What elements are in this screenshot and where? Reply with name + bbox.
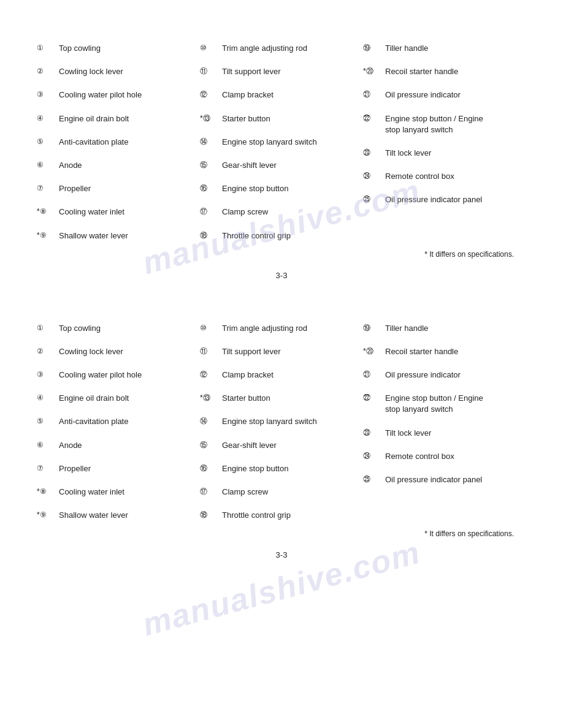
list-item: ㉑ Oil pressure indicator bbox=[363, 83, 526, 107]
item-label: Gear-shift lever bbox=[222, 160, 277, 171]
col-1-section-2: ① Top cowling ② Cowling lock lever ③ Coo… bbox=[37, 317, 200, 528]
item-label: Recoil starter handle bbox=[385, 66, 458, 77]
list-item: ⑰ Clamp screw bbox=[200, 480, 363, 504]
col-3-section-1: ⑲ Tiller handle *⑳ Recoil starter handle… bbox=[363, 37, 526, 248]
item-label: Starter button bbox=[222, 113, 270, 124]
item-number: ㉓ bbox=[363, 148, 385, 158]
list-item: ③ Cooling water pilot hole bbox=[37, 363, 200, 387]
item-number: ④ bbox=[37, 113, 59, 124]
item-number: ② bbox=[37, 346, 59, 357]
item-number: ㉓ bbox=[363, 428, 385, 438]
item-number: ⑦ bbox=[37, 463, 59, 474]
list-item: ㉑ Oil pressure indicator bbox=[363, 363, 526, 387]
section-1: ① Top cowling ② Cowling lock lever ③ Coo… bbox=[37, 37, 526, 259]
item-label: Tilt lock lever bbox=[385, 428, 431, 439]
item-number: ㉑ bbox=[363, 370, 385, 380]
item-number: ⑤ bbox=[37, 416, 59, 427]
item-label: Oil pressure indicator panel bbox=[385, 474, 482, 485]
item-label: Throttle control grip bbox=[222, 510, 291, 521]
list-item: ⑭ Engine stop lanyard switch bbox=[200, 131, 363, 154]
item-label: Tilt lock lever bbox=[385, 148, 431, 159]
item-label: Cooling water inlet bbox=[59, 487, 124, 498]
list-item: ④ Engine oil drain bolt bbox=[37, 107, 200, 131]
list-item: ① Top cowling bbox=[37, 317, 200, 340]
item-label: Throttle control grip bbox=[222, 230, 291, 241]
item-label: Trim angle adjusting rod bbox=[222, 43, 307, 54]
item-number: *⑬ bbox=[200, 113, 222, 124]
item-label: Anode bbox=[59, 440, 82, 451]
list-item: *⑳ Recoil starter handle bbox=[363, 340, 526, 363]
list-item: ⑲ Tiller handle bbox=[363, 37, 526, 60]
list-item: ⑫ Clamp bracket bbox=[200, 363, 363, 387]
item-label: Shallow water lever bbox=[59, 230, 128, 241]
list-item: ③ Cooling water pilot hole bbox=[37, 83, 200, 107]
item-number: ③ bbox=[37, 89, 59, 100]
item-number: ⑩ bbox=[200, 323, 222, 333]
item-number: ⑫ bbox=[200, 89, 222, 100]
list-item: *⑬ Starter button bbox=[200, 387, 363, 410]
item-number: ① bbox=[37, 323, 59, 333]
list-item: ⑱ Throttle control grip bbox=[200, 504, 363, 527]
item-label: Remote control box bbox=[385, 451, 454, 462]
item-label: Tilt support lever bbox=[222, 346, 281, 357]
item-label: Propeller bbox=[59, 183, 91, 194]
list-item: ⑰ Clamp screw bbox=[200, 200, 363, 224]
item-label: Cooling water pilot hole bbox=[59, 89, 142, 100]
list-item: ⑱ Throttle control grip bbox=[200, 224, 363, 248]
list-item: ⑮ Gear-shift lever bbox=[200, 434, 363, 457]
list-item: ⑩ Trim angle adjusting rod bbox=[200, 317, 363, 340]
note-section-1: * It differs on specifications. bbox=[37, 250, 526, 259]
item-label: Clamp screw bbox=[222, 207, 268, 218]
item-number: ③ bbox=[37, 370, 59, 380]
col-2-section-2: ⑩ Trim angle adjusting rod ⑪ Tilt suppor… bbox=[200, 317, 363, 528]
section-2: ① Top cowling ② Cowling lock lever ③ Coo… bbox=[37, 317, 526, 539]
item-number: ㉒ bbox=[363, 113, 385, 124]
list-item: ⑩ Trim angle adjusting rod bbox=[200, 37, 363, 60]
item-label: Cooling water inlet bbox=[59, 207, 124, 218]
cols-section-1: ① Top cowling ② Cowling lock lever ③ Coo… bbox=[37, 37, 526, 248]
item-label: Shallow water lever bbox=[59, 510, 128, 521]
item-number: ⑭ bbox=[200, 137, 222, 147]
list-item: ⑤ Anti-cavitation plate bbox=[37, 131, 200, 154]
item-number: ② bbox=[37, 66, 59, 77]
item-label: Engine stop lanyard switch bbox=[222, 137, 317, 148]
item-number: ⑲ bbox=[363, 323, 385, 333]
item-number: ⑰ bbox=[200, 207, 222, 217]
item-label: Engine stop lanyard switch bbox=[222, 416, 317, 427]
list-item: ④ Engine oil drain bolt bbox=[37, 387, 200, 410]
list-item: *⑨ Shallow water lever bbox=[37, 504, 200, 527]
page-number-2: 3-3 bbox=[37, 550, 526, 559]
list-item: ㉕ Oil pressure indicator panel bbox=[363, 468, 526, 491]
list-item: ⑯ Engine stop button bbox=[200, 177, 363, 200]
col-3-section-2: ⑲ Tiller handle *⑳ Recoil starter handle… bbox=[363, 317, 526, 528]
item-number: *⑳ bbox=[363, 346, 385, 357]
list-item: ㉓ Tilt lock lever bbox=[363, 422, 526, 445]
item-label: Recoil starter handle bbox=[385, 346, 458, 357]
list-item: ⑪ Tilt support lever bbox=[200, 340, 363, 363]
list-item: ㉓ Tilt lock lever bbox=[363, 142, 526, 165]
list-item: ㉒ Engine stop button / Engine stop lanya… bbox=[363, 107, 526, 142]
item-label: Cooling water pilot hole bbox=[59, 370, 142, 381]
note-section-2: * It differs on specifications. bbox=[37, 529, 526, 538]
item-number: ⑯ bbox=[200, 463, 222, 474]
item-label: Oil pressure indicator bbox=[385, 370, 461, 381]
item-label: Engine oil drain bolt bbox=[59, 113, 129, 124]
item-label: Tiller handle bbox=[385, 43, 428, 54]
list-item: ⑥ Anode bbox=[37, 154, 200, 177]
item-label: Top cowling bbox=[59, 323, 101, 334]
item-label: Engine stop button bbox=[222, 183, 288, 194]
item-number: ⑤ bbox=[37, 137, 59, 147]
item-number: ⑲ bbox=[363, 43, 385, 53]
list-item: ② Cowling lock lever bbox=[37, 340, 200, 363]
item-label: Tiller handle bbox=[385, 323, 428, 334]
item-label: Anti-cavitation plate bbox=[59, 137, 128, 148]
item-label: Engine stop button bbox=[222, 463, 288, 474]
item-label: Anode bbox=[59, 160, 82, 171]
item-label: Oil pressure indicator bbox=[385, 89, 461, 100]
item-label: Remote control box bbox=[385, 171, 454, 182]
list-item: ⑤ Anti-cavitation plate bbox=[37, 410, 200, 433]
list-item: ⑦ Propeller bbox=[37, 457, 200, 480]
list-item: *⑧ Cooling water inlet bbox=[37, 480, 200, 504]
item-number: ㉕ bbox=[363, 194, 385, 205]
item-number: ⑱ bbox=[200, 510, 222, 520]
